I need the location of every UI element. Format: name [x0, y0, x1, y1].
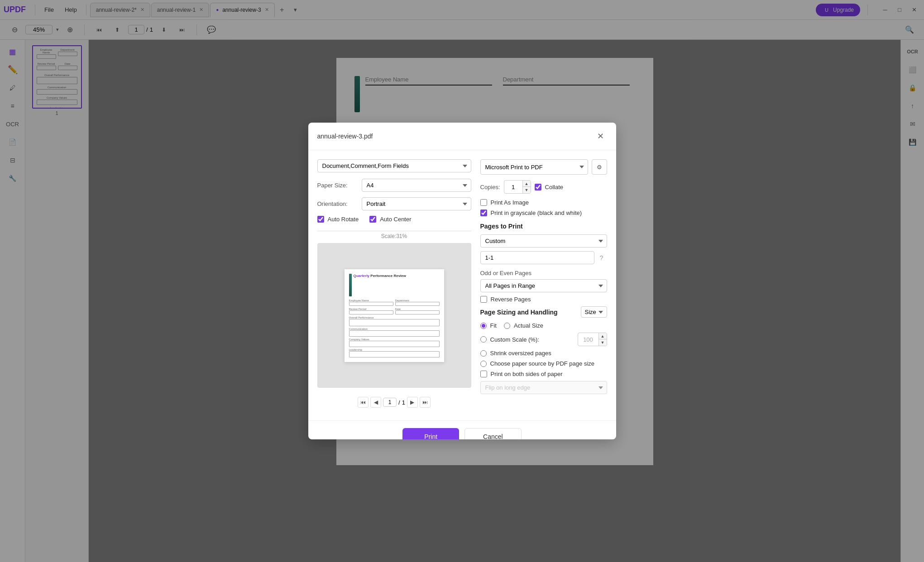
copies-arrows: ▲ ▼	[522, 181, 531, 193]
auto-center-checkbox[interactable]	[369, 216, 376, 223]
collate-row: Collate	[535, 184, 563, 191]
preview-last-page-button[interactable]: ⏭	[420, 397, 431, 408]
auto-rotate-label: Auto Rotate	[328, 216, 359, 223]
modal-overlay: annual-review-3.pdf ✕ Document,Comment,F…	[0, 0, 924, 562]
actual-size-radio-row: Actual Size	[504, 322, 543, 329]
print-dialog: annual-review-3.pdf ✕ Document,Comment,F…	[308, 123, 616, 439]
preview-page-separator: /	[398, 399, 400, 406]
print-both-sides-checkbox[interactable]	[480, 371, 487, 377]
modal-title: annual-review-3.pdf	[317, 133, 373, 140]
copies-input[interactable]	[504, 182, 522, 192]
reverse-pages-label: Reverse Pages	[491, 296, 531, 303]
pages-to-print-title: Pages to Print	[480, 223, 607, 230]
copies-up-arrow[interactable]: ▲	[522, 181, 531, 187]
choose-paper-radio[interactable]	[480, 361, 487, 367]
preview-prev-page-button[interactable]: ◀	[370, 397, 381, 408]
copies-down-arrow[interactable]: ▼	[522, 187, 531, 193]
printer-row: Microsoft Print to PDF ⚙	[480, 159, 607, 175]
print-both-sides-row: Print on both sides of paper	[480, 371, 607, 377]
shrink-radio[interactable]	[480, 350, 487, 357]
print-as-image-checkbox[interactable]	[480, 199, 487, 206]
pages-input-row: ?	[480, 251, 607, 264]
reverse-pages-checkbox[interactable]	[480, 296, 487, 303]
pages-help-icon[interactable]: ?	[596, 252, 607, 263]
custom-scale-radio-row: Custom Scale (%):	[480, 336, 574, 343]
pages-range-input[interactable]	[480, 251, 594, 264]
custom-scale-arrows: ▲ ▼	[598, 333, 607, 346]
copies-label: Copies:	[480, 184, 500, 191]
preview-page-total: 1	[402, 399, 405, 406]
preview-pagination: ⏮ ◀ / 1 ▶ ⏭	[317, 393, 471, 411]
odd-even-select-row: All Pages in Range	[480, 279, 607, 292]
print-grayscale-row: Print in grayscale (black and white)	[480, 210, 607, 216]
modal-close-button[interactable]: ✕	[594, 130, 607, 143]
preview-container: Quarterly Performance Review Employee Na…	[317, 243, 471, 388]
pages-range-select-row: Custom	[480, 234, 607, 248]
orientation-select[interactable]: Portrait	[362, 197, 471, 210]
auto-rotate-row: Auto Rotate	[317, 216, 359, 223]
copies-row: Copies: ▲ ▼ Collate	[480, 180, 607, 194]
document-type-select[interactable]: Document,Comment,Form Fields	[317, 159, 471, 172]
print-as-image-row: Print As Image	[480, 199, 607, 206]
odd-even-label: Odd or Even Pages	[480, 270, 607, 276]
print-both-sides-label: Print on both sides of paper	[491, 371, 563, 377]
paper-size-row: Paper Size: A4	[317, 179, 471, 192]
custom-scale-radio[interactable]	[480, 336, 487, 343]
custom-scale-up-arrow[interactable]: ▲	[598, 333, 607, 339]
printer-select[interactable]: Microsoft Print to PDF	[480, 159, 588, 175]
paper-size-label: Paper Size:	[317, 182, 358, 189]
pages-range-select[interactable]: Custom	[480, 234, 607, 248]
print-as-image-label: Print As Image	[491, 199, 529, 206]
sizing-mode-select[interactable]: Size	[581, 306, 607, 318]
reverse-pages-row: Reverse Pages	[480, 296, 607, 303]
preview-next-page-button[interactable]: ▶	[407, 397, 418, 408]
preview-page: Quarterly Performance Review Employee Na…	[345, 269, 444, 362]
custom-scale-input-wrap: ▲ ▼	[578, 333, 607, 346]
custom-scale-label: Custom Scale (%):	[490, 336, 539, 343]
paper-size-select[interactable]: A4	[362, 179, 471, 192]
flip-select-row: Flip on long edge	[480, 381, 607, 394]
fit-radio[interactable]	[480, 323, 487, 329]
collate-checkbox[interactable]	[535, 184, 541, 191]
modal-left-panel: Document,Comment,Form Fields Paper Size:…	[317, 159, 471, 411]
modal-header: annual-review-3.pdf ✕	[308, 123, 616, 150]
fit-label: Fit	[490, 322, 497, 329]
shrink-label: Shrink oversized pages	[490, 350, 551, 357]
custom-scale-input[interactable]	[578, 334, 598, 345]
auto-rotate-checkbox[interactable]	[317, 216, 324, 223]
orientation-label: Orientation:	[317, 200, 358, 207]
page-sizing-title: Page Sizing and Handling	[480, 309, 558, 316]
options-checkboxes-row: Auto Rotate Auto Center	[317, 216, 471, 226]
odd-even-select[interactable]: All Pages in Range	[480, 279, 607, 292]
document-type-row: Document,Comment,Form Fields	[317, 159, 471, 172]
cancel-button[interactable]: Cancel	[464, 428, 522, 439]
modal-body: Document,Comment,Form Fields Paper Size:…	[308, 150, 616, 420]
modal-footer: Print Cancel	[308, 420, 616, 439]
page-sizing-header: Page Sizing and Handling Size	[480, 306, 607, 318]
printer-settings-button[interactable]: ⚙	[592, 159, 607, 175]
custom-scale-row: Custom Scale (%): ▲ ▼	[480, 333, 607, 346]
preview-form: Quarterly Performance Review Employee Na…	[345, 269, 444, 362]
custom-scale-down-arrow[interactable]: ▼	[598, 339, 607, 346]
choose-paper-label: Choose paper source by PDF page size	[490, 360, 595, 367]
auto-center-row: Auto Center	[369, 216, 411, 223]
print-button[interactable]: Print	[402, 428, 459, 439]
shrink-radio-row: Shrink oversized pages	[480, 350, 607, 357]
print-grayscale-label: Print in grayscale (black and white)	[491, 210, 582, 216]
modal-right-panel: Microsoft Print to PDF ⚙ Copies: ▲ ▼	[480, 159, 607, 411]
fit-radio-row: Fit	[480, 322, 497, 329]
fit-actual-row: Fit Actual Size	[480, 322, 607, 329]
scale-bar	[317, 231, 471, 231]
copies-input-wrap: ▲ ▼	[504, 180, 531, 194]
auto-center-label: Auto Center	[380, 216, 411, 223]
collate-label: Collate	[545, 184, 563, 191]
flip-select[interactable]: Flip on long edge	[480, 381, 607, 394]
preview-page-input[interactable]	[383, 398, 397, 407]
orientation-row: Orientation: Portrait	[317, 197, 471, 210]
preview-first-page-button[interactable]: ⏮	[358, 397, 369, 408]
scale-label: Scale:31%	[317, 233, 471, 239]
print-grayscale-checkbox[interactable]	[480, 210, 487, 216]
choose-paper-radio-row: Choose paper source by PDF page size	[480, 360, 607, 367]
actual-size-label: Actual Size	[514, 322, 543, 329]
actual-size-radio[interactable]	[504, 323, 510, 329]
